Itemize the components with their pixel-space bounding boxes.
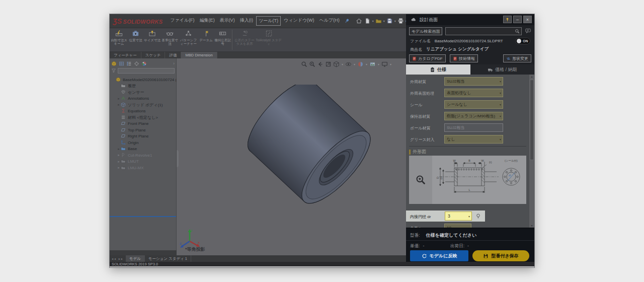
expand-arrow-icon[interactable]: ▸ — [117, 153, 121, 157]
open-button[interactable] — [375, 17, 383, 25]
expand-arrow-icon[interactable]: ▸ — [117, 97, 121, 101]
minimize-button[interactable]: – — [513, 16, 522, 23]
datum-location-dimension-button[interactable]: 基準位置寸法 — [160, 29, 179, 51]
drawing-zoom-button[interactable] — [409, 156, 432, 204]
tree-item[interactable]: ▸Cut-Revolve1 — [110, 152, 176, 159]
tab-sketch[interactable]: スケッチ — [141, 52, 166, 58]
menu-pin-icon[interactable] — [344, 17, 350, 26]
tree-item[interactable]: ▸Base — [110, 146, 176, 153]
inner-diameter-select[interactable]: 3▾ — [445, 212, 472, 221]
chevron-down-icon[interactable]: ▾ — [372, 19, 374, 23]
appearance-tab-icon[interactable] — [141, 61, 147, 66]
outer-material-select[interactable]: SUJ2相当▾ — [444, 77, 503, 86]
menu-edit[interactable]: 編集(E) — [198, 16, 217, 26]
filter-funnel-icon[interactable] — [111, 68, 116, 73]
chevron-down-icon[interactable]: ▾ — [342, 62, 343, 66]
new-document-button[interactable] — [364, 17, 372, 25]
tree-item[interactable]: ▸LMUT — [110, 159, 176, 165]
tab-model[interactable]: モデル — [126, 255, 145, 262]
hide-show-items-icon[interactable] — [345, 61, 352, 67]
chevron-down-icon[interactable]: ▾ — [383, 19, 385, 23]
tree-item[interactable]: Front Plane — [110, 121, 176, 127]
menu-insert[interactable]: 挿入(I) — [238, 16, 256, 26]
scrollbar-thumb[interactable] — [530, 80, 534, 160]
retainer-material-select[interactable]: 樹脂(ジュラコン/M90相当)▾ — [444, 112, 503, 120]
view-settings-icon[interactable] — [381, 61, 388, 67]
on-toggle[interactable]: ON — [515, 38, 530, 44]
tree-item[interactable]: Origin — [110, 139, 176, 146]
hint-icon[interactable] — [475, 213, 481, 222]
chevron-down-icon[interactable]: ▾ — [354, 62, 355, 66]
menu-file[interactable]: ファイル(F) — [168, 16, 196, 26]
tree-item[interactable]: BaseModel20200610100724 (Default<< — [110, 77, 176, 83]
feature-tree-tab-icon[interactable] — [111, 61, 117, 66]
seal-select[interactable]: シールなし▾ — [444, 100, 503, 109]
chevron-down-icon[interactable]: ▾ — [394, 19, 396, 23]
chevron-down-icon[interactable]: ▾ — [378, 62, 379, 66]
comment-bubble-icon[interactable] — [525, 27, 531, 36]
tree-item[interactable]: Top Plane — [110, 127, 176, 133]
home-button[interactable] — [355, 17, 363, 25]
location-dimension-button[interactable]: 位置寸法 — [127, 29, 144, 51]
configuration-tab-icon[interactable] — [126, 61, 132, 66]
tree-item[interactable]: 履歴 — [110, 83, 176, 90]
grease-select[interactable]: なし▾ — [444, 135, 503, 144]
length-select[interactable]: 10▾ — [444, 224, 471, 228]
scroll-up-arrow-icon[interactable]: ▲ — [530, 75, 534, 78]
tab-strip-chevron-icon[interactable]: › — [173, 61, 175, 66]
pin-button[interactable] — [503, 16, 512, 23]
menu-view[interactable]: 表示(V) — [218, 16, 237, 26]
geometric-tolerance-button[interactable]: 幾何公差記号 — [214, 29, 231, 51]
tree-filter-input[interactable] — [118, 68, 175, 74]
close-button[interactable]: × — [523, 16, 532, 23]
tree-item[interactable]: ▸Annotations — [110, 96, 176, 102]
tab-specifications[interactable]: 仕様 — [406, 64, 470, 75]
tab-features[interactable]: フィーチャー — [110, 52, 141, 58]
shape-change-button[interactable]: 形状変更 — [503, 54, 531, 62]
apply-scene-icon[interactable] — [369, 61, 376, 67]
menu-tools[interactable]: ツール(T) — [256, 16, 281, 26]
expand-arrow-icon[interactable]: ▸ — [117, 103, 121, 107]
catalog-pdf-button[interactable]: カタログPDF — [409, 54, 446, 62]
tree-item[interactable]: センサー — [110, 89, 176, 96]
previous-view-icon[interactable] — [317, 61, 324, 67]
tech-info-button[interactable]: 技術情報 — [450, 54, 478, 62]
tab-evaluate[interactable]: 評価 — [165, 52, 181, 58]
zoom-area-icon[interactable] — [309, 61, 315, 67]
tree-item[interactable]: Equations — [110, 108, 176, 115]
surface-treatment-select[interactable]: 表面処理なし▾ — [444, 89, 503, 97]
expand-arrow-icon[interactable]: ▸ — [117, 147, 121, 151]
print-button[interactable] — [397, 17, 405, 25]
expand-arrow-icon[interactable]: ▸ — [117, 160, 121, 164]
dimxpert-tab-icon[interactable] — [134, 61, 139, 66]
auto-dimension-scheme-button[interactable]: 自動寸法スキーム — [111, 29, 127, 51]
chevron-down-icon[interactable]: ▾ — [366, 62, 367, 66]
model-search-button[interactable]: モデル検索画面 — [409, 27, 442, 35]
tab-motion-study[interactable]: モーション スタディ 1 — [145, 255, 191, 262]
property-manager-tab-icon[interactable] — [119, 61, 124, 66]
panel-scrollbar[interactable]: ▲ ▼ — [529, 75, 534, 228]
chevron-down-icon[interactable]: ▾ — [390, 62, 391, 66]
datum-button[interactable]: データム — [198, 29, 214, 51]
zoom-fit-icon[interactable] — [301, 61, 307, 67]
3d-viewport[interactable]: ▾ ▾ ▾ ▾ ▾ — [177, 58, 406, 255]
pattern-feature-button[interactable]: パターンフィーチャー — [179, 29, 198, 51]
save-button[interactable] — [386, 17, 394, 25]
menu-window[interactable]: ウィンドウ(W) — [282, 16, 316, 26]
search-input[interactable] — [445, 27, 522, 35]
tab-price-delivery[interactable]: 価格 / 納期 — [470, 64, 535, 75]
size-dimension-button[interactable]: サイズ寸法 — [144, 29, 160, 51]
panel-splitter-handle[interactable] — [177, 150, 179, 167]
view-orientation-icon[interactable] — [333, 61, 340, 67]
scroll-down-arrow-icon[interactable]: ▼ — [530, 224, 534, 227]
menu-help[interactable]: ヘルプ(H) — [317, 16, 342, 26]
tree-item[interactable]: 材料 <指定なし> — [110, 114, 176, 121]
edit-appearance-icon[interactable] — [357, 61, 364, 67]
tab-mbd-dimension[interactable]: MBD Dimension — [181, 52, 217, 58]
tree-item[interactable]: Right Plane — [110, 133, 176, 140]
section-view-icon[interactable] — [325, 61, 332, 67]
tree-item[interactable]: ▸LMU-MX — [110, 165, 176, 171]
apply-to-model-button[interactable]: モデルに反映 — [410, 250, 468, 261]
expand-arrow-icon[interactable]: ▸ — [117, 166, 121, 170]
tree-item[interactable]: ▸ソリッド ボディ(1) — [110, 102, 176, 108]
